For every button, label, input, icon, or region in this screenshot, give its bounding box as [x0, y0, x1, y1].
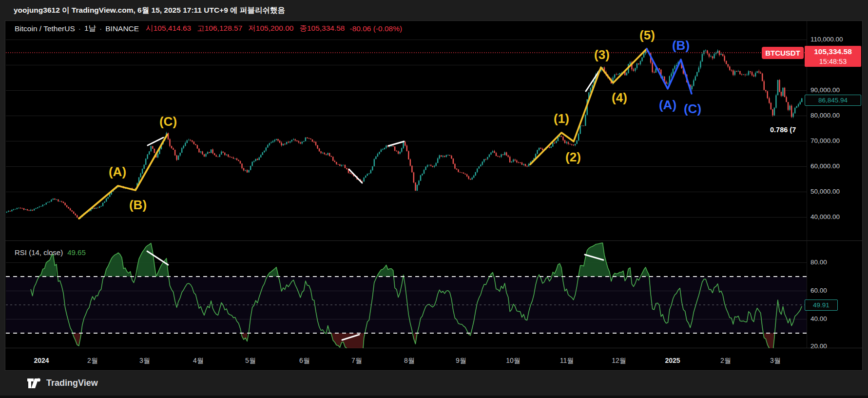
publish-bar: yoojung3612 이 TradingView.com, 6월 15, 20…	[0, 0, 868, 20]
low-value: 105,200.00	[256, 24, 294, 32]
live-price-value: 105,334.58	[814, 47, 852, 57]
open-value: 105,414.63	[154, 24, 192, 32]
exchange-label: BINANCE	[105, 24, 139, 33]
symbol-price-label-badge[interactable]: BTCUSDT	[762, 47, 804, 59]
symbol-title[interactable]: Bitcoin / TetherUS	[15, 24, 75, 33]
close-key: 종	[299, 24, 307, 32]
high-value: 106,128.57	[205, 24, 243, 32]
rsi-legend[interactable]: RSI (14, close) 49.65	[15, 248, 86, 257]
price-change: -80.06 (-0.08%)	[349, 24, 402, 33]
separator-dot: ·	[78, 24, 81, 33]
high-key: 고	[197, 24, 205, 32]
last-close-badge[interactable]: 86,845.94	[805, 95, 861, 106]
countdown-timer: 15:48:53	[819, 57, 847, 66]
symbol-header[interactable]: Bitcoin / TetherUS · 1날 · BINANCE 시105,4…	[15, 23, 402, 34]
open-key: 시	[146, 24, 154, 32]
low-key: 저	[248, 24, 256, 32]
footer-bar: TradingView	[0, 371, 868, 398]
tradingview-logo-icon[interactable]	[27, 377, 41, 390]
publish-text: yoojung3612 이 TradingView.com, 6월 15, 20…	[14, 5, 285, 16]
close-value: 105,334.58	[307, 24, 345, 32]
separator-dot: ·	[99, 24, 102, 33]
chart-container[interactable]	[5, 20, 863, 371]
footer-brand-text[interactable]: TradingView	[46, 378, 98, 388]
live-price-badge[interactable]: 105,334.58 15:48:53	[805, 46, 861, 67]
interval-label[interactable]: 1날	[84, 23, 96, 34]
rsi-value-badge[interactable]: 49.91	[805, 299, 838, 311]
rsi-value: 49.65	[67, 248, 86, 257]
ohlc-values: 시105,414.63 고106,128.57 저105,200.00 종105…	[146, 23, 345, 34]
page: yoojung3612 이 TradingView.com, 6월 15, 20…	[0, 0, 868, 398]
rsi-label: RSI (14, close)	[15, 248, 63, 257]
